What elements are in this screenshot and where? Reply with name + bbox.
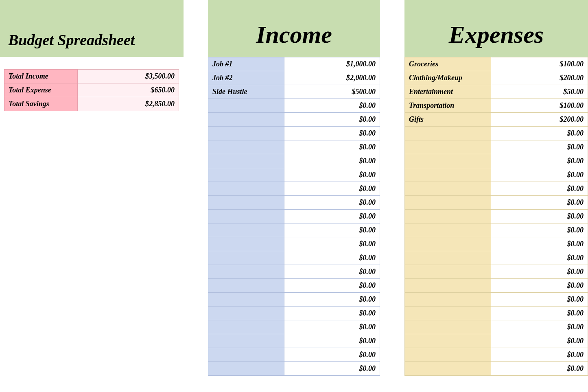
- income-value: $0.00: [284, 362, 380, 376]
- income-name: [208, 237, 284, 251]
- expenses-row: $0.00: [404, 182, 588, 196]
- income-row: $0.00: [208, 334, 380, 348]
- income-name: [208, 154, 284, 168]
- expenses-name: [404, 237, 491, 251]
- summary-value: $2,850.00: [77, 97, 179, 111]
- expenses-name: [404, 196, 491, 210]
- expenses-header: Expenses: [404, 0, 588, 57]
- expenses-value: $0.00: [491, 320, 588, 334]
- expenses-row: $0.00: [404, 265, 588, 279]
- expenses-row: $0.00: [404, 237, 588, 251]
- income-value: $0.00: [284, 140, 380, 154]
- income-table: Job #1 $1,000.00 Job #2 $2,000.00 Side H…: [208, 57, 380, 376]
- expenses-value: $0.00: [491, 293, 588, 307]
- expenses-row: $0.00: [404, 210, 588, 223]
- income-value: $2,000.00: [284, 71, 380, 85]
- income-row: $0.00: [208, 140, 380, 154]
- expenses-row: $0.00: [404, 348, 588, 362]
- income-name: Side Hustle: [208, 85, 284, 99]
- expenses-name: [404, 182, 491, 196]
- expenses-value: $0.00: [491, 140, 588, 154]
- expenses-row: $0.00: [404, 154, 588, 168]
- expenses-row: $0.00: [404, 223, 588, 237]
- income-row: $0.00: [208, 279, 380, 293]
- income-value: $0.00: [284, 182, 380, 196]
- expenses-value: $0.00: [491, 362, 588, 376]
- income-name: Job #2: [208, 71, 284, 85]
- income-row: Job #2 $2,000.00: [208, 71, 380, 85]
- income-value: $0.00: [284, 127, 380, 140]
- income-name: [208, 293, 284, 307]
- income-value: $0.00: [284, 99, 380, 113]
- income-row: $0.00: [208, 307, 380, 320]
- income-name: [208, 196, 284, 210]
- expenses-name: [404, 223, 491, 237]
- expenses-value: $0.00: [491, 265, 588, 279]
- income-row: Job #1 $1,000.00: [208, 57, 380, 71]
- expenses-value: $200.00: [491, 113, 588, 127]
- income-row: $0.00: [208, 362, 380, 376]
- expenses-row: $0.00: [404, 320, 588, 334]
- expenses-table: Groceries $100.00 Clothing/Makeup $200.0…: [404, 57, 588, 376]
- summary-row: Total Savings $2,850.00: [4, 97, 179, 111]
- summary-value: $3,500.00: [77, 70, 179, 83]
- income-name: [208, 265, 284, 279]
- income-value: $0.00: [284, 113, 380, 127]
- income-value: $0.00: [284, 223, 380, 237]
- income-value: $0.00: [284, 293, 380, 307]
- expenses-value: $0.00: [491, 154, 588, 168]
- income-row: $0.00: [208, 251, 380, 265]
- income-row: $0.00: [208, 348, 380, 362]
- income-value: $0.00: [284, 307, 380, 320]
- expenses-title: Expenses: [449, 21, 544, 49]
- expenses-value: $0.00: [491, 182, 588, 196]
- expenses-name: [404, 334, 491, 348]
- expenses-value: $0.00: [491, 251, 588, 265]
- income-value: $0.00: [284, 334, 380, 348]
- income-name: [208, 279, 284, 293]
- income-value: $0.00: [284, 320, 380, 334]
- income-name: [208, 320, 284, 334]
- income-value: $1,000.00: [284, 57, 380, 71]
- income-header: Income: [208, 0, 380, 57]
- income-section: Income Job #1 $1,000.00 Job #2 $2,000.00…: [208, 0, 380, 376]
- expenses-name: [404, 320, 491, 334]
- summary-label: Total Savings: [4, 97, 78, 111]
- summary-label: Total Income: [4, 70, 78, 83]
- budget-section: Budget Spreadsheet Total Income $3,500.0…: [0, 0, 184, 111]
- income-value: $0.00: [284, 196, 380, 210]
- income-row: $0.00: [208, 293, 380, 307]
- income-name: [208, 348, 284, 362]
- income-row: $0.00: [208, 113, 380, 127]
- income-name: [208, 223, 284, 237]
- expenses-value: $0.00: [491, 196, 588, 210]
- income-value: $0.00: [284, 237, 380, 251]
- expenses-name: [404, 127, 491, 140]
- expenses-row: $0.00: [404, 293, 588, 307]
- income-value: $0.00: [284, 154, 380, 168]
- budget-header: Budget Spreadsheet: [0, 0, 184, 57]
- expenses-name: Transportation: [404, 99, 491, 113]
- income-value: $0.00: [284, 251, 380, 265]
- summary-value: $650.00: [77, 83, 179, 97]
- expenses-row: $0.00: [404, 127, 588, 140]
- income-name: [208, 182, 284, 196]
- income-value: $0.00: [284, 210, 380, 223]
- expenses-name: [404, 279, 491, 293]
- income-value: $0.00: [284, 265, 380, 279]
- expenses-value: $200.00: [491, 71, 588, 85]
- expenses-value: $0.00: [491, 210, 588, 223]
- expenses-value: $0.00: [491, 334, 588, 348]
- summary-row: Total Expense $650.00: [4, 83, 179, 97]
- income-value: $0.00: [284, 279, 380, 293]
- expenses-name: Clothing/Makeup: [404, 71, 491, 85]
- income-row: $0.00: [208, 265, 380, 279]
- expenses-value: $0.00: [491, 127, 588, 140]
- income-row: $0.00: [208, 99, 380, 113]
- income-name: [208, 362, 284, 376]
- expenses-row: $0.00: [404, 307, 588, 320]
- expenses-row: Transportation $100.00: [404, 99, 588, 113]
- income-row: $0.00: [208, 154, 380, 168]
- income-row: $0.00: [208, 320, 380, 334]
- expenses-row: $0.00: [404, 140, 588, 154]
